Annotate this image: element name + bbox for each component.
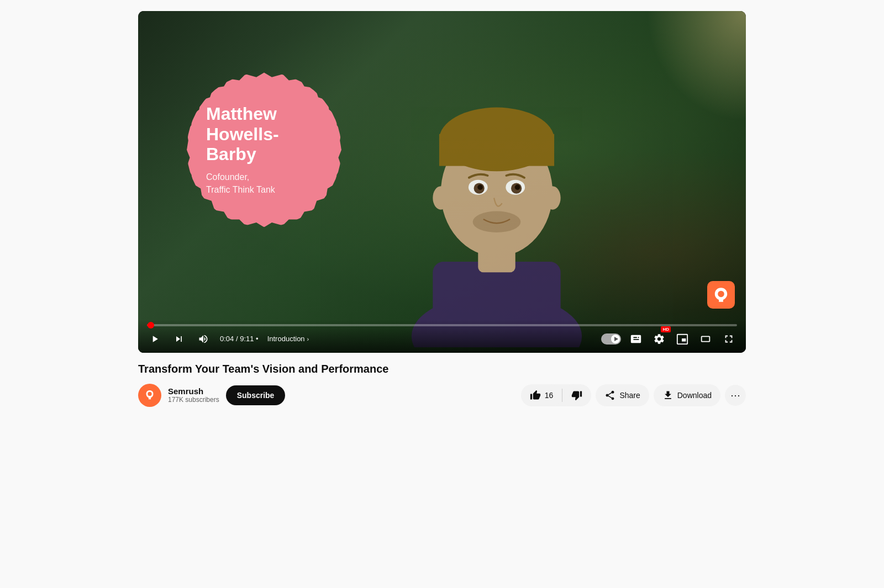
svg-point-11 (515, 185, 520, 190)
svg-point-10 (477, 185, 483, 190)
hd-badge: HD (661, 326, 671, 332)
more-options-button[interactable]: ⋯ (725, 385, 746, 406)
channel-left: Semrush 177K subscribers Subscribe (138, 384, 285, 407)
settings-icon (653, 333, 665, 345)
fullscreen-button[interactable] (720, 331, 737, 347)
svg-rect-5 (439, 134, 554, 166)
time-display: 0:04 / 9:11 • (220, 335, 259, 343)
subscribe-button[interactable]: Subscribe (226, 385, 286, 405)
channel-name: Semrush (168, 386, 219, 396)
badge-person-name: Matthew Howells-Barby (206, 104, 322, 165)
download-label: Download (677, 391, 712, 400)
chapter-label[interactable]: Introduction › (267, 335, 309, 343)
like-button[interactable]: 16 (521, 384, 562, 406)
svg-point-12 (473, 211, 521, 233)
like-count: 16 (545, 391, 554, 400)
person-area (320, 11, 673, 347)
video-controls: 0:04 / 9:11 • Introduction › (138, 320, 746, 353)
svg-point-15 (718, 290, 724, 297)
like-dislike-group: 16 (521, 384, 592, 406)
thumbs-up-icon (530, 390, 541, 401)
dislike-button[interactable] (562, 384, 591, 406)
settings-wrapper: HD (651, 331, 667, 347)
video-player[interactable]: Matthew Howells-Barby Cofounder, Traffic… (138, 11, 746, 353)
play-button[interactable] (147, 331, 162, 347)
chapter-chevron-icon: › (307, 336, 309, 342)
theatre-button[interactable] (697, 331, 714, 347)
svg-point-16 (148, 392, 151, 396)
share-icon (604, 390, 615, 401)
progress-bar[interactable] (147, 324, 737, 326)
volume-icon (198, 333, 209, 345)
miniplayer-icon (676, 333, 688, 345)
video-title: Transform Your Team's Vision and Perform… (138, 362, 746, 376)
action-buttons: 16 Share (521, 384, 746, 406)
play-icon (149, 333, 160, 345)
channel-subscribers: 177K subscribers (168, 396, 219, 404)
badge-person-title: Cofounder, Traffic Think Tank (206, 171, 275, 196)
channel-info: Semrush 177K subscribers (168, 386, 219, 404)
more-dots-icon: ⋯ (730, 389, 740, 401)
volume-button[interactable] (196, 331, 211, 347)
download-button[interactable]: Download (654, 384, 720, 406)
svg-point-14 (545, 187, 561, 210)
channel-logo-icon (143, 388, 157, 402)
semrush-watermark (707, 281, 735, 309)
share-button[interactable]: Share (596, 384, 649, 406)
controls-left: 0:04 / 9:11 • Introduction › (147, 331, 309, 347)
toggle-track (601, 333, 621, 345)
thumbs-down-icon (571, 390, 582, 401)
svg-point-13 (433, 187, 449, 210)
theatre-icon (699, 333, 712, 345)
share-label: Share (619, 391, 640, 400)
controls-right: HD (601, 331, 737, 347)
video-info: Transform Your Team's Vision and Perform… (138, 353, 746, 414)
autoplay-play-icon (614, 337, 618, 341)
miniplayer-button[interactable] (674, 331, 691, 347)
skip-next-icon (173, 333, 185, 345)
progress-fill (147, 324, 151, 326)
next-button[interactable] (171, 331, 187, 347)
name-badge: Matthew Howells-Barby Cofounder, Traffic… (187, 72, 341, 227)
subtitles-icon (630, 333, 642, 345)
toggle-knob (611, 335, 620, 343)
subtitles-button[interactable] (628, 331, 644, 347)
download-icon (662, 390, 673, 401)
semrush-logo-icon (712, 286, 730, 304)
person-silhouette (390, 28, 603, 347)
fullscreen-icon (723, 333, 735, 345)
settings-button[interactable] (651, 331, 667, 347)
channel-avatar[interactable] (138, 384, 161, 407)
autoplay-toggle[interactable] (601, 333, 621, 345)
channel-row: Semrush 177K subscribers Subscribe 16 (138, 384, 746, 407)
chapter-name: Introduction (267, 335, 305, 343)
